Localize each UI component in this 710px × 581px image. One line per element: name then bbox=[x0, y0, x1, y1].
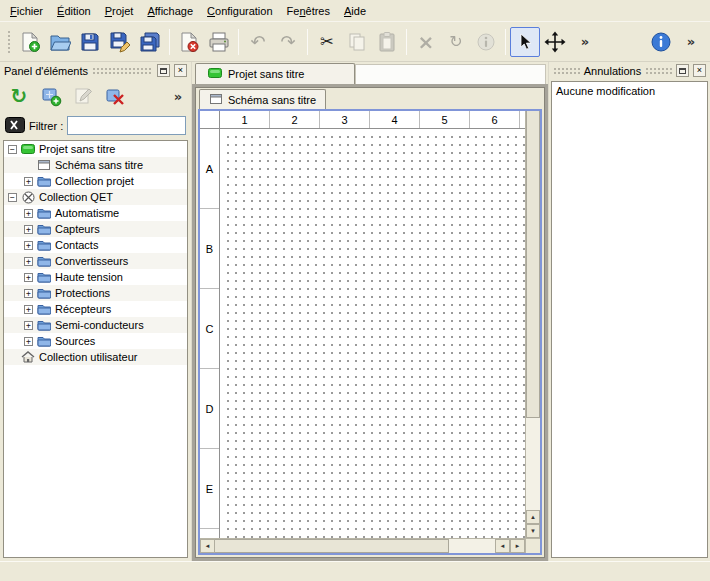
redo-button[interactable]: ↷ bbox=[273, 27, 303, 57]
expand-icon[interactable]: + bbox=[24, 241, 33, 250]
schema-tab[interactable]: Schéma sans titre bbox=[199, 89, 326, 109]
toolbar-grip[interactable] bbox=[7, 30, 12, 54]
scroll-left-button[interactable]: ◄ bbox=[200, 539, 215, 553]
print-button[interactable] bbox=[204, 27, 234, 57]
tree-item-label: Schéma sans titre bbox=[55, 159, 143, 171]
float-panel-button[interactable] bbox=[157, 64, 170, 77]
menu-aide[interactable]: Aide bbox=[337, 0, 373, 21]
project-tab[interactable]: Projet sans titre bbox=[195, 63, 355, 84]
row-header: A bbox=[200, 129, 219, 209]
tree-item-recepteurs[interactable]: +Récepteurs bbox=[4, 301, 187, 317]
copy-button[interactable] bbox=[342, 27, 372, 57]
edit-element-button[interactable] bbox=[68, 81, 98, 111]
project-icon bbox=[21, 143, 35, 155]
float-undo-panel-button[interactable] bbox=[676, 64, 689, 77]
save-as-button[interactable] bbox=[105, 27, 135, 57]
collapse-icon[interactable]: − bbox=[8, 145, 17, 154]
menu-edition[interactable]: Édition bbox=[50, 0, 98, 21]
menu-fichier[interactable]: Fichier bbox=[3, 0, 50, 21]
collapse-icon[interactable]: − bbox=[8, 193, 17, 202]
expand-icon[interactable]: + bbox=[24, 225, 33, 234]
expand-icon[interactable]: + bbox=[24, 337, 33, 346]
tree-item-label: Semi-conducteurs bbox=[55, 319, 144, 331]
horizontal-scrollbar-track[interactable] bbox=[449, 539, 495, 553]
filter-input[interactable] bbox=[67, 116, 186, 135]
selection-mode-button[interactable] bbox=[510, 27, 540, 57]
tree-item-sources[interactable]: +Sources bbox=[4, 333, 187, 349]
tree-item-label: Projet sans titre bbox=[39, 143, 115, 155]
vertical-scrollbar[interactable]: ▲ ▼ bbox=[525, 111, 540, 538]
tree-item-schema-sans-titre[interactable]: Schéma sans titre bbox=[4, 157, 187, 173]
tree-item-convertisseurs[interactable]: +Convertisseurs bbox=[4, 253, 187, 269]
delete-element-button[interactable] bbox=[100, 81, 130, 111]
tree-item-contacts[interactable]: +Contacts bbox=[4, 237, 187, 253]
modes-overflow-button[interactable]: » bbox=[570, 27, 600, 57]
tree-item-label: Automatisme bbox=[55, 207, 119, 219]
menu-configuration[interactable]: Configuration bbox=[200, 0, 279, 21]
tree-item-collection-qet[interactable]: −Collection QET bbox=[4, 189, 187, 205]
clear-filter-button[interactable] bbox=[5, 117, 25, 135]
visualisation-mode-button[interactable] bbox=[540, 27, 570, 57]
open-project-button[interactable] bbox=[45, 27, 75, 57]
save-all-button[interactable] bbox=[135, 27, 165, 57]
horizontal-scrollbar-thumb[interactable] bbox=[215, 539, 449, 553]
undo-empty-text: Aucune modification bbox=[556, 85, 655, 97]
dock-grip[interactable] bbox=[553, 67, 580, 75]
dock-grip[interactable] bbox=[92, 67, 153, 75]
tree-item-protections[interactable]: +Protections bbox=[4, 285, 187, 301]
column-header: 6 bbox=[470, 111, 520, 128]
reload-collections-button[interactable]: ↻ bbox=[4, 81, 34, 111]
tree-item-semi-conducteurs[interactable]: +Semi-conducteurs bbox=[4, 317, 187, 333]
expand-icon[interactable]: + bbox=[24, 289, 33, 298]
folder-project-icon bbox=[37, 175, 51, 187]
menu-fenetres[interactable]: Fenêtres bbox=[280, 0, 337, 21]
new-element-button[interactable] bbox=[36, 81, 66, 111]
rotate-button[interactable]: ↻ bbox=[441, 27, 471, 57]
expand-icon[interactable]: + bbox=[24, 305, 33, 314]
save-button[interactable] bbox=[75, 27, 105, 57]
undo-button[interactable]: ↶ bbox=[243, 27, 273, 57]
vertical-scrollbar-track[interactable] bbox=[526, 418, 540, 510]
close-file-button[interactable] bbox=[174, 27, 204, 57]
header-corner bbox=[200, 111, 220, 129]
diagram-grid[interactable] bbox=[221, 130, 525, 538]
toolbar-separator bbox=[307, 29, 308, 55]
scroll-up-button[interactable]: ▲ bbox=[526, 510, 540, 524]
close-undo-panel-button[interactable]: × bbox=[693, 64, 706, 77]
column-header: 5 bbox=[420, 111, 470, 128]
horizontal-scrollbar[interactable]: ◄ ◄ ► bbox=[200, 538, 525, 553]
folder-icon bbox=[37, 319, 51, 331]
tree-item-projet-sans-titre[interactable]: −Projet sans titre bbox=[4, 141, 187, 157]
folder-icon bbox=[37, 255, 51, 267]
help-overflow-button[interactable]: » bbox=[676, 27, 706, 57]
expand-icon[interactable]: + bbox=[24, 257, 33, 266]
scroll-down-button[interactable]: ▼ bbox=[526, 524, 540, 538]
row-header: C bbox=[200, 289, 219, 369]
expand-icon[interactable]: + bbox=[24, 177, 33, 186]
scroll-right-button[interactable]: ► bbox=[510, 539, 525, 553]
new-document-button[interactable] bbox=[15, 27, 45, 57]
dock-grip[interactable] bbox=[645, 67, 672, 75]
close-panel-button[interactable]: × bbox=[174, 64, 187, 77]
menu-projet[interactable]: Projet bbox=[98, 0, 141, 21]
tree-item-haute-tension[interactable]: +Haute tension bbox=[4, 269, 187, 285]
tree-item-capteurs[interactable]: +Capteurs bbox=[4, 221, 187, 237]
tree-item-collection-utilisateur[interactable]: Collection utilisateur bbox=[4, 349, 187, 365]
cut-button[interactable]: ✂ bbox=[312, 27, 342, 57]
expand-icon[interactable]: + bbox=[24, 209, 33, 218]
menu-affichage[interactable]: Affichage bbox=[140, 0, 200, 21]
about-button[interactable] bbox=[646, 27, 676, 57]
vertical-scrollbar-thumb[interactable] bbox=[526, 111, 540, 418]
paste-button[interactable] bbox=[372, 27, 402, 57]
schema-tabbar: Schéma sans titre bbox=[196, 88, 544, 109]
conductor-info-button[interactable] bbox=[471, 27, 501, 57]
panel-overflow-button[interactable]: » bbox=[169, 81, 187, 111]
tree-item-automatisme[interactable]: +Automatisme bbox=[4, 205, 187, 221]
delete-button[interactable]: × bbox=[411, 27, 441, 57]
expand-icon[interactable]: + bbox=[24, 273, 33, 282]
tree-item-collection-projet[interactable]: +Collection projet bbox=[4, 173, 187, 189]
scroll-left-button-2[interactable]: ◄ bbox=[495, 539, 510, 553]
column-header: 4 bbox=[370, 111, 420, 128]
expand-icon[interactable]: + bbox=[24, 321, 33, 330]
elements-panel-toolbar: ↻» bbox=[0, 79, 191, 113]
